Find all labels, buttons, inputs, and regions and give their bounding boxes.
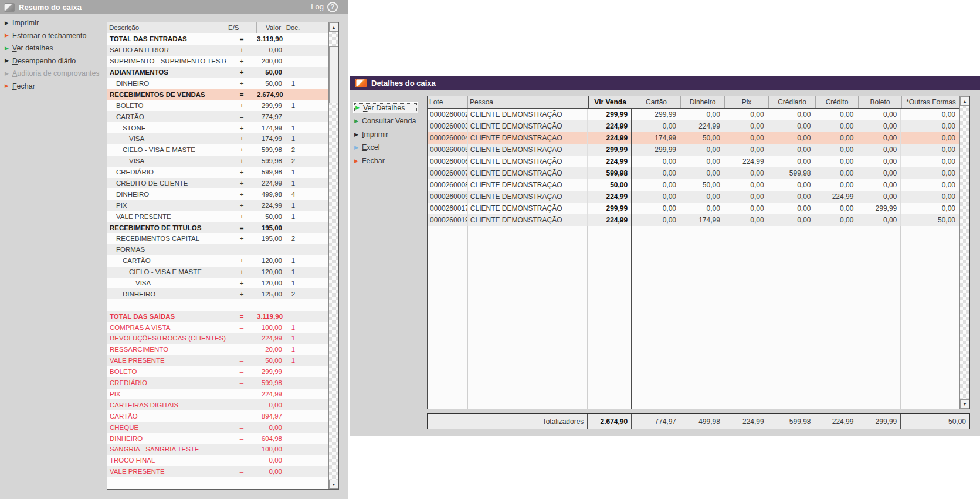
scroll-down-icon[interactable]: ▼ [960, 399, 969, 409]
detalhes-row[interactable]: 0000260009CLIENTE DEMONSTRAÇÃO224,990,00… [428, 191, 959, 203]
resumo-row[interactable]: VALE PRESENTE+50,001 [107, 211, 328, 222]
resumo-row[interactable]: VALE PRESENTE–0,00 [107, 466, 328, 477]
column-header-desc[interactable]: Descrição [107, 22, 226, 33]
detalhes-row[interactable]: 0000260019CLIENTE DEMONSTRAÇÃO224,990,00… [428, 214, 959, 226]
column-header-cr-diario[interactable]: Crédiario [769, 96, 816, 108]
menu-arrow-icon: ▶ [5, 21, 9, 26]
resumo-row[interactable]: DINHEIRO+499,984 [107, 188, 328, 200]
right-menu-item-fechar[interactable]: ▶Fechar [354, 156, 385, 166]
detalhes-row[interactable]: 0000260003CLIENTE DEMONSTRAÇÃO224,990,00… [428, 120, 959, 132]
detalhes-row[interactable]: 0000260005CLIENTE DEMONSTRAÇÃO299,99299,… [428, 144, 959, 156]
detalhes-row[interactable]: 0000260002CLIENTE DEMONSTRAÇÃO299,99299,… [428, 109, 959, 120]
detalhes-row[interactable]: 0000260017CLIENTE DEMONSTRAÇÃO299,990,00… [428, 203, 959, 214]
right-table-scrollbar[interactable]: ▲ ▼ [959, 96, 969, 409]
resumo-row[interactable]: PIX–224,99 [107, 389, 328, 400]
resumo-row[interactable]: DEVOLUÇÕES/TROCAS (CLIENTES)–224,991 [107, 333, 328, 344]
detalhes-row[interactable]: 0000260004CLIENTE DEMONSTRAÇÃO224,99174,… [428, 132, 959, 144]
log-button[interactable]: Log [311, 2, 324, 11]
column-header--outras-formas[interactable]: *Outras Formas [902, 96, 961, 108]
right-menu-item-ver-detalhes[interactable]: ▶Ver Detalhes [353, 102, 418, 113]
resumo-row[interactable]: CARTÃO=774,97 [107, 111, 328, 122]
cell-value: 224,99 [588, 191, 632, 203]
scroll-up-icon[interactable]: ▲ [329, 22, 338, 32]
resumo-row[interactable]: COMPRAS A VISTA–100,001 [107, 322, 328, 333]
left-menu-item-ver-detalhes[interactable]: ▶Ver detalhes [5, 43, 53, 53]
column-header-cr-dito[interactable]: Crédito [816, 96, 859, 108]
column-header-valor[interactable]: Valor [257, 22, 283, 33]
cell-valor: 20,00 [257, 346, 283, 353]
cell-value: 0,00 [724, 120, 768, 132]
column-header-cart-o[interactable]: Cartão [632, 96, 681, 108]
resumo-row[interactable]: DINHEIRO–604,98 [107, 433, 328, 444]
resumo-row[interactable]: RECEBIMENTOS CAPITAL+195,002 [107, 233, 328, 244]
left-menu-item-estornar-o-fechamento[interactable]: ▶Estornar o fechamento [5, 31, 86, 41]
resumo-row[interactable]: SANGRIA - SANGRIA TESTE–100,00 [107, 444, 328, 455]
cell-valor: 174,99 [257, 124, 283, 132]
resumo-row[interactable]: CRÉDITO DE CLIENTE+224,991 [107, 178, 328, 189]
column-header-pessoa[interactable]: Pessoa [468, 96, 588, 108]
resumo-row[interactable] [107, 299, 328, 311]
total-value: 774,97 [632, 414, 680, 429]
column-header-doc[interactable]: Doc. [283, 22, 303, 33]
resumo-row[interactable]: DINHEIRO+125,002 [107, 288, 328, 299]
resumo-row[interactable]: CARTEIRAS DIGITAIS–0,00 [107, 399, 328, 410]
right-menu-item-imprimir[interactable]: ▶Imprimir [354, 130, 388, 139]
resumo-row[interactable]: TOTAL DAS SAÍDAS=3.119,90 [107, 311, 328, 322]
resumo-row[interactable]: RESSARCIMENTO–20,001 [107, 344, 328, 355]
resumo-row[interactable]: VALE PRESENTE–50,001 [107, 355, 328, 366]
scroll-up-icon[interactable]: ▲ [960, 96, 969, 106]
column-header-es[interactable]: E/S [226, 22, 257, 33]
resumo-row[interactable]: VISA+599,982 [107, 156, 328, 167]
right-menu-item-consultar-venda[interactable]: ▶Consultar Venda [354, 116, 416, 126]
cell-doc: 1 [283, 324, 303, 331]
total-value: 224,99 [815, 414, 858, 429]
resumo-table: DescriçãoE/SValorDoc. TOTAL DAS ENTRADAS… [107, 22, 339, 490]
resumo-row[interactable]: CHEQUE–0,00 [107, 422, 328, 433]
resumo-row[interactable]: CREDIÁRIO+599,981 [107, 167, 328, 178]
resumo-row[interactable]: ADIANTAMENTOS+50,00 [107, 67, 328, 78]
detalhes-row[interactable]: 0000260008CLIENTE DEMONSTRAÇÃO50,000,005… [428, 179, 959, 191]
resumo-row[interactable]: VISA+120,001 [107, 278, 328, 289]
resumo-row[interactable]: CARTÃO–894,97 [107, 410, 328, 422]
left-menu-item-fechar[interactable]: ▶Fechar [5, 82, 35, 91]
detalhes-row[interactable]: 0000260006CLIENTE DEMONSTRAÇÃO224,990,00… [428, 156, 959, 167]
resumo-row[interactable]: BOLETO–299,99 [107, 366, 328, 377]
resumo-row[interactable]: SALDO ANTERIOR+0,00 [107, 45, 328, 56]
resumo-row[interactable]: STONE+174,991 [107, 122, 328, 133]
cell-value: 224,99 [815, 191, 858, 203]
resumo-row[interactable]: CREDIÁRIO–599,98 [107, 377, 328, 389]
resumo-row[interactable]: PIX+224,991 [107, 200, 328, 211]
column-header-lote[interactable]: Lote [428, 96, 468, 108]
cell-desc: TOTAL DAS ENTRADAS [107, 35, 226, 42]
cell-es: + [226, 69, 257, 76]
resumo-row[interactable]: SUPRIMENTO - SUPRIMENTO TESTE+200,00 [107, 56, 328, 67]
cell-value: 224,99 [680, 120, 724, 132]
scroll-down-icon[interactable]: ▼ [329, 480, 338, 489]
left-menu-item-imprimir[interactable]: ▶Imprimir [5, 18, 39, 28]
detalhes-row[interactable]: 0000260007CLIENTE DEMONSTRAÇÃO599,980,00… [428, 167, 959, 179]
help-icon[interactable]: ? [327, 2, 338, 12]
resumo-row[interactable]: CARTÃO+120,001 [107, 255, 328, 267]
resumo-row[interactable]: DINHEIRO+50,001 [107, 78, 328, 89]
resumo-row[interactable]: FORMAS [107, 244, 328, 255]
resumo-row[interactable]: RECEBIMENTOS DE VENDAS=2.674,90 [107, 89, 328, 100]
right-menu-item-excel[interactable]: ▶Excel [354, 143, 380, 152]
resumo-row[interactable]: TOTAL DAS ENTRADAS=3.119,90 [107, 33, 328, 45]
resumo-row[interactable]: BOLETO+299,991 [107, 100, 328, 111]
left-table-scrollbar[interactable]: ▲ ▼ [328, 22, 338, 489]
resumo-row[interactable]: RECEBIMENTO DE TITULOS=195,00 [107, 222, 328, 233]
column-header-dinheiro[interactable]: Dinheiro [681, 96, 725, 108]
scrollbar-thumb[interactable] [329, 46, 338, 103]
resumo-row[interactable]: CIELO - VISA E MASTE+120,001 [107, 267, 328, 278]
cell-valor: 774,97 [257, 113, 283, 120]
cell-value: 0,00 [768, 144, 815, 156]
column-header-vlr-venda[interactable]: Vlr Venda [588, 96, 632, 108]
cell-value: 0,00 [857, 156, 901, 167]
empty-cell [588, 226, 632, 409]
left-menu-item-desempenho-diario[interactable]: ▶Desempenho diário [5, 56, 76, 66]
column-header-boleto[interactable]: Boleto [859, 96, 902, 108]
resumo-row[interactable]: CIELO - VISA E MASTE+599,982 [107, 144, 328, 156]
resumo-row[interactable]: TROCO FINAL–0,00 [107, 455, 328, 466]
resumo-row[interactable]: VISA+174,991 [107, 133, 328, 144]
column-header-pix[interactable]: Pix [725, 96, 769, 108]
